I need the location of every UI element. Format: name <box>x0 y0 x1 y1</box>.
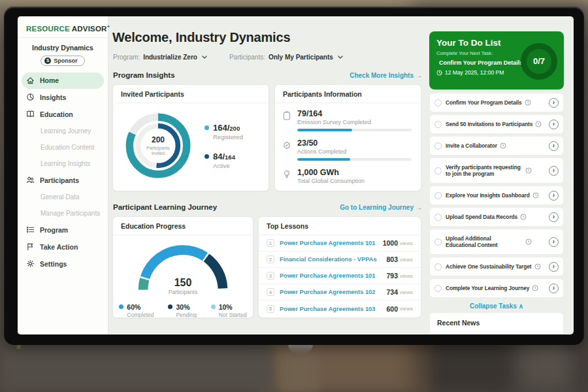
checkbox[interactable] <box>434 142 442 150</box>
checkbox[interactable] <box>434 167 442 174</box>
arrow-right-icon: → <box>416 204 422 211</box>
lesson-link[interactable]: Power Purchase Agreements 102 <box>280 289 386 295</box>
gauge-center-label: 150 Participants <box>134 277 232 295</box>
app-logo: RESOURCE ADVISOR+ <box>18 16 108 38</box>
insights-icon <box>26 93 35 101</box>
invited-participants-card: Invited Participants 200 Participants In… <box>112 84 269 191</box>
legend-active: 84/164 Active <box>204 152 243 169</box>
clock-icon <box>535 121 542 127</box>
checkbox[interactable] <box>434 263 442 270</box>
chevron-right-button[interactable]: › <box>549 141 559 151</box>
stat-emission-survey: 79/164 Emission Survey Completed <box>283 109 412 131</box>
sidebar-item-learning-journey[interactable]: Learning Journey <box>18 123 108 139</box>
clock-icon <box>520 214 527 220</box>
chevron-right-button[interactable]: › <box>549 237 559 247</box>
task-row-complete-learning-journey[interactable]: Complete Your Learning Journey › <box>429 278 564 298</box>
lesson-row: 4 Power Purchase Agreements 102 734 view… <box>259 284 421 301</box>
legend-registered: 164/200 Registered <box>204 123 243 140</box>
sidebar-item-education[interactable]: Education <box>18 106 108 123</box>
checkbox[interactable] <box>434 214 442 221</box>
sidebar-item-manage-participants[interactable]: Manage Participants <box>18 205 108 221</box>
sponsor-icon: S <box>44 57 51 64</box>
arrow-right-icon: → <box>416 72 422 79</box>
clock-icon <box>500 142 506 149</box>
program-filter[interactable]: Program: Industrialize Zero <box>113 54 207 61</box>
filter-bar: Program: Industrialize Zero Participants… <box>113 54 343 61</box>
chevron-down-icon <box>338 56 343 59</box>
lesson-row: 2 Financial Considerations - VPPAs 803 v… <box>259 252 421 268</box>
program-insights-header: Program Insights Check More Insights→ <box>113 71 422 79</box>
chevron-right-button[interactable]: › <box>549 212 559 222</box>
chevron-right-button[interactable]: › <box>549 98 559 108</box>
todo-title: Your To Do List <box>436 38 521 48</box>
check-more-insights-link[interactable]: Check More Insights→ <box>350 72 422 79</box>
donut-center-label: 200 Participants Invited <box>121 108 195 183</box>
lesson-link[interactable]: Power Purchase Agreements 103 <box>280 306 386 312</box>
checkbox[interactable] <box>434 99 442 106</box>
checkbox[interactable] <box>434 238 442 246</box>
checkbox[interactable] <box>434 192 442 199</box>
logo-text-resource: RESOURCE <box>26 25 70 33</box>
chevron-right-button[interactable]: › <box>549 262 559 272</box>
app-window: RESOURCE ADVISOR+ Industry Dynamics S Sp… <box>18 16 574 335</box>
todo-task-list: Confirm Your Program Details › Send 50 I… <box>429 93 564 314</box>
task-row-confirm-program[interactable]: Confirm Your Program Details › <box>429 93 564 112</box>
task-row-explore-insights[interactable]: Explore Your Insights Dashboard › <box>429 186 564 205</box>
checkbox[interactable] <box>434 285 442 292</box>
page-title: Welcome, Industry Dynamics <box>112 30 290 45</box>
checkbox[interactable] <box>434 121 442 128</box>
sidebar-item-learning-insights[interactable]: Learning Insights <box>18 155 108 172</box>
chevron-right-button[interactable]: › <box>549 166 559 176</box>
clock-icon <box>534 263 541 270</box>
org-name: Industry Dynamics <box>18 44 108 52</box>
photo-background: RESOURCE ADVISOR+ Industry Dynamics S Sp… <box>0 0 588 392</box>
lesson-link[interactable]: Power Purchase Agreements 101 <box>280 240 383 246</box>
clock-icon <box>436 70 442 76</box>
sidebar-item-participants[interactable]: Participants <box>18 172 108 189</box>
home-icon <box>26 76 35 85</box>
participants-filter[interactable]: Participants: Only My Participants <box>229 54 343 61</box>
lightbulb-icon <box>283 168 292 184</box>
actions-icon <box>283 139 292 161</box>
todo-datetime: 12 May 2025, 12:00 PM <box>436 69 521 76</box>
list-icon <box>26 225 35 234</box>
participants-information-card: Participants Information 79/164 Emission… <box>274 84 421 191</box>
survey-icon <box>283 109 292 131</box>
book-icon <box>26 110 35 118</box>
sidebar-item-take-action[interactable]: Take Action <box>18 238 108 255</box>
emission-progress-bar <box>297 129 412 131</box>
clock-icon <box>525 238 532 245</box>
sidebar-item-general-data[interactable]: General Data <box>18 189 108 205</box>
task-row-upload-educational-content[interactable]: Upload Additional Educational Content › <box>429 229 564 255</box>
recent-news-title: Recent News <box>430 313 563 332</box>
clock-icon <box>532 285 538 291</box>
legend-completed: 60%Completed <box>119 303 154 318</box>
task-row-upload-spend-data[interactable]: Upload Spend Data Records › <box>429 207 564 227</box>
logo-plus: + <box>107 24 110 29</box>
sidebar-item-settings[interactable]: Settings <box>18 255 108 272</box>
sidebar-nav: Home Insights Education Learning Journey… <box>18 73 108 272</box>
chevron-right-button[interactable]: › <box>549 284 559 293</box>
sidebar-item-insights[interactable]: Insights <box>18 89 108 106</box>
sidebar-item-program[interactable]: Program <box>18 221 108 238</box>
lesson-link[interactable]: Power Purchase Agreements 101 <box>280 272 386 279</box>
logo-text-advisor: ADVISOR <box>72 25 107 33</box>
sidebar-item-education-content[interactable]: Education Content <box>18 139 108 155</box>
gear-icon <box>26 259 35 268</box>
collapse-tasks-link[interactable]: Collapse Tasks ∧ <box>429 300 564 314</box>
lesson-link[interactable]: Financial Considerations - VPPAs <box>280 256 386 263</box>
task-row-send-invitations[interactable]: Send 50 Invitations to Participants › <box>429 114 564 134</box>
legend-not-started: 10%Not Started <box>211 303 247 318</box>
sidebar-item-home[interactable]: Home <box>22 73 104 89</box>
active-dot <box>204 154 209 159</box>
chevron-right-button[interactable]: › <box>549 120 559 129</box>
card-title: Top Lessons <box>259 217 421 235</box>
card-title: Participants Information <box>275 85 421 103</box>
task-row-verify-participants[interactable]: Verify participants requesting to join t… <box>429 157 564 184</box>
top-lessons-card: Top Lessons 1 Power Purchase Agreements … <box>258 216 421 318</box>
chevron-right-button[interactable]: › <box>549 191 559 201</box>
task-row-invite-collaborator[interactable]: Invite a Collaborator › <box>429 136 564 155</box>
todo-progress-ring: 0/7 <box>521 43 557 80</box>
go-to-learning-journey-link[interactable]: Go to Learning Journey→ <box>340 204 422 211</box>
task-row-achieve-target[interactable]: Achieve One Sustainability Target › <box>429 257 564 276</box>
